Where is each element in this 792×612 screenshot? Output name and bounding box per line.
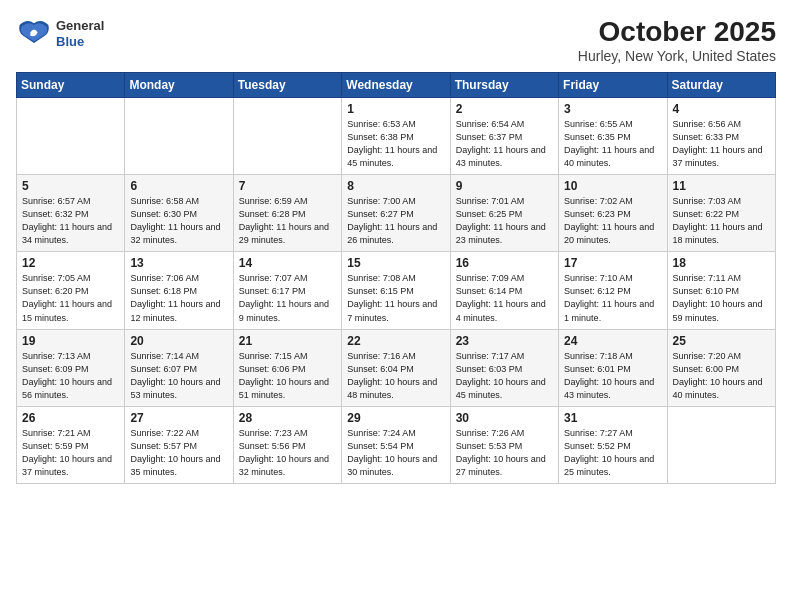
cell-content: Sunrise: 7:22 AM Sunset: 5:57 PM Dayligh… <box>130 427 227 479</box>
location: Hurley, New York, United States <box>578 48 776 64</box>
cell-content: Sunrise: 7:26 AM Sunset: 5:53 PM Dayligh… <box>456 427 553 479</box>
day-number: 13 <box>130 256 227 270</box>
day-number: 2 <box>456 102 553 116</box>
day-number: 28 <box>239 411 336 425</box>
day-number: 24 <box>564 334 661 348</box>
calendar-table: SundayMondayTuesdayWednesdayThursdayFrid… <box>16 72 776 484</box>
day-number: 10 <box>564 179 661 193</box>
calendar-cell <box>667 406 775 483</box>
calendar-cell: 10Sunrise: 7:02 AM Sunset: 6:23 PM Dayli… <box>559 175 667 252</box>
calendar-cell: 24Sunrise: 7:18 AM Sunset: 6:01 PM Dayli… <box>559 329 667 406</box>
day-number: 17 <box>564 256 661 270</box>
calendar-week-2: 5Sunrise: 6:57 AM Sunset: 6:32 PM Daylig… <box>17 175 776 252</box>
cell-content: Sunrise: 6:56 AM Sunset: 6:33 PM Dayligh… <box>673 118 770 170</box>
cell-content: Sunrise: 7:11 AM Sunset: 6:10 PM Dayligh… <box>673 272 770 324</box>
calendar-cell <box>17 98 125 175</box>
cell-content: Sunrise: 7:07 AM Sunset: 6:17 PM Dayligh… <box>239 272 336 324</box>
weekday-header-tuesday: Tuesday <box>233 73 341 98</box>
logo-general-text: General <box>56 18 104 34</box>
weekday-header-friday: Friday <box>559 73 667 98</box>
day-number: 16 <box>456 256 553 270</box>
day-number: 4 <box>673 102 770 116</box>
calendar-cell: 23Sunrise: 7:17 AM Sunset: 6:03 PM Dayli… <box>450 329 558 406</box>
weekday-header-wednesday: Wednesday <box>342 73 450 98</box>
cell-content: Sunrise: 7:05 AM Sunset: 6:20 PM Dayligh… <box>22 272 119 324</box>
calendar-cell: 30Sunrise: 7:26 AM Sunset: 5:53 PM Dayli… <box>450 406 558 483</box>
calendar-cell: 21Sunrise: 7:15 AM Sunset: 6:06 PM Dayli… <box>233 329 341 406</box>
cell-content: Sunrise: 7:08 AM Sunset: 6:15 PM Dayligh… <box>347 272 444 324</box>
cell-content: Sunrise: 7:27 AM Sunset: 5:52 PM Dayligh… <box>564 427 661 479</box>
calendar-cell: 27Sunrise: 7:22 AM Sunset: 5:57 PM Dayli… <box>125 406 233 483</box>
day-number: 8 <box>347 179 444 193</box>
title-block: October 2025 Hurley, New York, United St… <box>578 16 776 64</box>
calendar-cell: 7Sunrise: 6:59 AM Sunset: 6:28 PM Daylig… <box>233 175 341 252</box>
calendar-cell: 6Sunrise: 6:58 AM Sunset: 6:30 PM Daylig… <box>125 175 233 252</box>
day-number: 1 <box>347 102 444 116</box>
day-number: 11 <box>673 179 770 193</box>
calendar-cell: 26Sunrise: 7:21 AM Sunset: 5:59 PM Dayli… <box>17 406 125 483</box>
weekday-header-sunday: Sunday <box>17 73 125 98</box>
calendar-cell: 4Sunrise: 6:56 AM Sunset: 6:33 PM Daylig… <box>667 98 775 175</box>
calendar-cell: 20Sunrise: 7:14 AM Sunset: 6:07 PM Dayli… <box>125 329 233 406</box>
calendar-cell: 14Sunrise: 7:07 AM Sunset: 6:17 PM Dayli… <box>233 252 341 329</box>
day-number: 31 <box>564 411 661 425</box>
calendar-week-3: 12Sunrise: 7:05 AM Sunset: 6:20 PM Dayli… <box>17 252 776 329</box>
calendar-cell: 1Sunrise: 6:53 AM Sunset: 6:38 PM Daylig… <box>342 98 450 175</box>
cell-content: Sunrise: 7:01 AM Sunset: 6:25 PM Dayligh… <box>456 195 553 247</box>
cell-content: Sunrise: 6:59 AM Sunset: 6:28 PM Dayligh… <box>239 195 336 247</box>
day-number: 22 <box>347 334 444 348</box>
calendar-cell: 11Sunrise: 7:03 AM Sunset: 6:22 PM Dayli… <box>667 175 775 252</box>
logo: General Blue <box>16 16 104 52</box>
logo-blue-text: Blue <box>56 34 104 50</box>
day-number: 30 <box>456 411 553 425</box>
cell-content: Sunrise: 6:54 AM Sunset: 6:37 PM Dayligh… <box>456 118 553 170</box>
calendar-cell: 22Sunrise: 7:16 AM Sunset: 6:04 PM Dayli… <box>342 329 450 406</box>
weekday-header-saturday: Saturday <box>667 73 775 98</box>
calendar-cell <box>125 98 233 175</box>
calendar-cell: 8Sunrise: 7:00 AM Sunset: 6:27 PM Daylig… <box>342 175 450 252</box>
day-number: 26 <box>22 411 119 425</box>
cell-content: Sunrise: 7:15 AM Sunset: 6:06 PM Dayligh… <box>239 350 336 402</box>
calendar-cell: 31Sunrise: 7:27 AM Sunset: 5:52 PM Dayli… <box>559 406 667 483</box>
day-number: 7 <box>239 179 336 193</box>
cell-content: Sunrise: 7:21 AM Sunset: 5:59 PM Dayligh… <box>22 427 119 479</box>
cell-content: Sunrise: 7:00 AM Sunset: 6:27 PM Dayligh… <box>347 195 444 247</box>
calendar-cell: 17Sunrise: 7:10 AM Sunset: 6:12 PM Dayli… <box>559 252 667 329</box>
day-number: 5 <box>22 179 119 193</box>
logo-icon <box>16 16 52 52</box>
calendar-cell: 19Sunrise: 7:13 AM Sunset: 6:09 PM Dayli… <box>17 329 125 406</box>
cell-content: Sunrise: 6:57 AM Sunset: 6:32 PM Dayligh… <box>22 195 119 247</box>
calendar-cell: 18Sunrise: 7:11 AM Sunset: 6:10 PM Dayli… <box>667 252 775 329</box>
cell-content: Sunrise: 6:55 AM Sunset: 6:35 PM Dayligh… <box>564 118 661 170</box>
cell-content: Sunrise: 7:14 AM Sunset: 6:07 PM Dayligh… <box>130 350 227 402</box>
calendar-cell: 2Sunrise: 6:54 AM Sunset: 6:37 PM Daylig… <box>450 98 558 175</box>
day-number: 14 <box>239 256 336 270</box>
day-number: 18 <box>673 256 770 270</box>
day-number: 15 <box>347 256 444 270</box>
cell-content: Sunrise: 7:06 AM Sunset: 6:18 PM Dayligh… <box>130 272 227 324</box>
weekday-header-thursday: Thursday <box>450 73 558 98</box>
cell-content: Sunrise: 7:16 AM Sunset: 6:04 PM Dayligh… <box>347 350 444 402</box>
calendar-cell: 9Sunrise: 7:01 AM Sunset: 6:25 PM Daylig… <box>450 175 558 252</box>
calendar-cell: 25Sunrise: 7:20 AM Sunset: 6:00 PM Dayli… <box>667 329 775 406</box>
day-number: 21 <box>239 334 336 348</box>
cell-content: Sunrise: 7:03 AM Sunset: 6:22 PM Dayligh… <box>673 195 770 247</box>
calendar-week-1: 1Sunrise: 6:53 AM Sunset: 6:38 PM Daylig… <box>17 98 776 175</box>
cell-content: Sunrise: 7:17 AM Sunset: 6:03 PM Dayligh… <box>456 350 553 402</box>
day-number: 20 <box>130 334 227 348</box>
calendar-cell: 29Sunrise: 7:24 AM Sunset: 5:54 PM Dayli… <box>342 406 450 483</box>
calendar-cell: 3Sunrise: 6:55 AM Sunset: 6:35 PM Daylig… <box>559 98 667 175</box>
cell-content: Sunrise: 7:13 AM Sunset: 6:09 PM Dayligh… <box>22 350 119 402</box>
calendar-week-5: 26Sunrise: 7:21 AM Sunset: 5:59 PM Dayli… <box>17 406 776 483</box>
cell-content: Sunrise: 7:10 AM Sunset: 6:12 PM Dayligh… <box>564 272 661 324</box>
day-number: 12 <box>22 256 119 270</box>
cell-content: Sunrise: 7:24 AM Sunset: 5:54 PM Dayligh… <box>347 427 444 479</box>
calendar-week-4: 19Sunrise: 7:13 AM Sunset: 6:09 PM Dayli… <box>17 329 776 406</box>
day-number: 27 <box>130 411 227 425</box>
calendar-cell: 28Sunrise: 7:23 AM Sunset: 5:56 PM Dayli… <box>233 406 341 483</box>
day-number: 6 <box>130 179 227 193</box>
calendar-cell: 16Sunrise: 7:09 AM Sunset: 6:14 PM Dayli… <box>450 252 558 329</box>
day-number: 25 <box>673 334 770 348</box>
cell-content: Sunrise: 7:20 AM Sunset: 6:00 PM Dayligh… <box>673 350 770 402</box>
day-number: 23 <box>456 334 553 348</box>
